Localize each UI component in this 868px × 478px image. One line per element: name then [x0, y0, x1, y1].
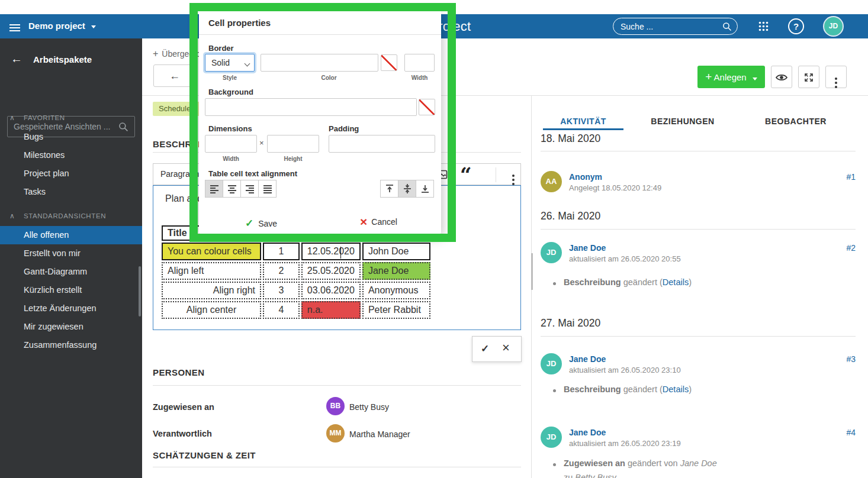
dimension-height-input[interactable]: [267, 135, 319, 153]
chevron-down-icon: [245, 61, 250, 67]
background-color-input[interactable]: [205, 98, 417, 116]
tab-beobachter[interactable]: BEOBACHTER: [759, 117, 832, 126]
help-icon[interactable]: ?: [788, 18, 804, 34]
border-color-input[interactable]: [261, 54, 378, 72]
back-arrow-icon[interactable]: ←: [11, 52, 22, 66]
editor-paragraph[interactable]: Plan and: [165, 193, 202, 204]
active-tab-underline: [543, 128, 623, 130]
sidebar-item-project-plan[interactable]: Project plan: [0, 164, 142, 183]
tab-beziehungen[interactable]: BEZIEHUNGEN: [642, 117, 723, 126]
sidebar-item-letzte-aenderungen[interactable]: Letzte Änderungen: [0, 299, 142, 318]
watch-button[interactable]: [771, 66, 792, 88]
border-style-select[interactable]: Solid: [205, 54, 255, 72]
sidebar-item-gantt-diagramm[interactable]: Gantt-Diagramm: [0, 263, 142, 281]
table-cell[interactable]: 25.05.2020: [301, 262, 361, 280]
confirm-cancel-button[interactable]: ×: [502, 340, 510, 356]
align-justify-button[interactable]: [258, 180, 277, 198]
activity-user-link[interactable]: Jane Doe: [569, 243, 606, 253]
activity-ref-link[interactable]: #4: [831, 428, 856, 437]
align-left-button[interactable]: [205, 180, 223, 198]
details-link[interactable]: Details: [663, 385, 689, 394]
estimates-heading: SCHÄTZUNGEN & ZEIT: [153, 450, 256, 460]
sidebar-item-kuerzlich-erstellt[interactable]: Kürzlich erstellt: [0, 281, 142, 299]
back-to-list-button[interactable]: ←: [153, 64, 196, 87]
dimension-width-input[interactable]: [205, 135, 257, 153]
activity-user-link[interactable]: Jane Doe: [569, 354, 606, 364]
table-row: You can colour cells 1 12.05.2020 John D…: [162, 243, 430, 260]
activity-user-link[interactable]: Anonym: [569, 172, 602, 182]
expand-icon: [804, 73, 814, 82]
valign-top-icon: [385, 184, 394, 193]
valign-bottom-button[interactable]: [416, 180, 434, 198]
sidebar-section-standardansichten[interactable]: STANDARDANSICHTEN: [24, 212, 106, 219]
user-avatar[interactable]: JD: [824, 17, 843, 35]
check-icon: ✓: [245, 218, 253, 229]
activity-detail: Beschreibung geändert (Details): [564, 385, 692, 394]
sidebar-section-favoriten[interactable]: FAVORITEN: [24, 114, 65, 121]
more-actions-button[interactable]: [825, 66, 847, 88]
table-cell[interactable]: John Doe: [362, 243, 430, 260]
table-cell[interactable]: 03.06.2020: [301, 282, 361, 299]
activity-ref-link[interactable]: #2: [831, 243, 856, 253]
assigned-value[interactable]: Betty Busy: [349, 402, 389, 412]
table-cell[interactable]: 4: [263, 301, 300, 319]
valign-top-button[interactable]: [380, 180, 398, 198]
editor-more-icon[interactable]: [512, 175, 515, 177]
sidebar-item-tasks[interactable]: Tasks: [0, 183, 142, 201]
sidebar-item-zusammenfassung[interactable]: Zusammenfassung: [0, 336, 142, 354]
table-cell[interactable]: 1: [263, 243, 300, 260]
border-color-swatch-button[interactable]: [381, 54, 397, 71]
table-cell[interactable]: Peter Rabbit: [362, 301, 430, 319]
table-cell[interactable]: n.a.: [301, 301, 361, 319]
table-cell[interactable]: You can colour cells: [162, 243, 261, 260]
activity-meta: aktualisiert am 26.05.2020 20:55: [569, 254, 681, 263]
dialog-cancel-button[interactable]: ×Cancel: [360, 215, 397, 229]
activity-ref-link[interactable]: #1: [831, 172, 856, 182]
border-label: Border: [208, 44, 234, 53]
valign-middle-button[interactable]: [398, 180, 416, 198]
table-cell[interactable]: 2: [263, 262, 300, 280]
activity-user-link[interactable]: Jane Doe: [569, 428, 606, 437]
background-color-swatch-button[interactable]: [419, 99, 435, 115]
activity-detail-line2: zu Betty Busy: [564, 473, 616, 478]
tab-aktivitaet[interactable]: AKTIVITÄT: [543, 117, 623, 126]
activity-ref-link[interactable]: #3: [831, 354, 856, 364]
align-center-button[interactable]: [223, 180, 241, 198]
border-width-input[interactable]: [404, 54, 435, 72]
paragraph-dropdown[interactable]: Paragraph: [160, 169, 199, 179]
blockquote-icon[interactable]: “: [460, 166, 472, 183]
activity-meta: aktualisiert am 26.05.2020 23:19: [569, 439, 681, 448]
table-cell[interactable]: 12.05.2020: [301, 243, 361, 260]
kebab-menu-icon: [835, 77, 837, 80]
details-link[interactable]: Details: [663, 277, 689, 287]
table-cell[interactable]: Jane Doe: [362, 262, 430, 280]
sidebar-item-mir-zugewiesen[interactable]: Mir zugewiesen: [0, 318, 142, 336]
confirm-save-button[interactable]: ✓: [481, 343, 489, 355]
table-cell[interactable]: Align left: [162, 262, 261, 280]
sidebar-item-alle-offenen[interactable]: Alle offenen: [0, 226, 142, 244]
fullscreen-button[interactable]: [798, 66, 819, 88]
apps-grid-icon[interactable]: [758, 21, 769, 32]
chevron-up-icon[interactable]: ∧: [9, 212, 15, 220]
back-arrow-icon: ←: [169, 70, 180, 82]
table-cell[interactable]: Anonymous: [362, 282, 430, 299]
valign-middle-icon: [403, 184, 412, 193]
table-cell[interactable]: 3: [263, 282, 300, 299]
group-divider: [541, 336, 856, 337]
chevron-up-icon[interactable]: ∧: [9, 114, 15, 122]
sidebar-scrollbar[interactable]: [139, 266, 141, 316]
responsible-value[interactable]: Martha Manager: [349, 429, 410, 439]
align-right-button[interactable]: [240, 180, 259, 198]
sidebar-item-erstellt-von-mir[interactable]: Erstellt von mir: [0, 244, 142, 263]
sidebar-item-bugs[interactable]: Bugs: [0, 128, 142, 146]
anlegen-button[interactable]: + Anlegen: [697, 66, 765, 88]
table-cell[interactable]: Align center: [162, 301, 261, 319]
sidebar-item-milestones[interactable]: Milestones: [0, 146, 142, 164]
dialog-save-button[interactable]: ✓Save: [245, 217, 277, 230]
sidebar: ← Arbeitspakete ∧ FAVORITEN Bugs Milesto…: [0, 38, 142, 478]
padding-input[interactable]: [329, 135, 435, 153]
table-cell[interactable]: Align right: [162, 282, 261, 299]
global-search-input[interactable]: [621, 20, 718, 33]
x-icon: ×: [360, 215, 367, 228]
panel-scrollbar[interactable]: [531, 253, 533, 290]
